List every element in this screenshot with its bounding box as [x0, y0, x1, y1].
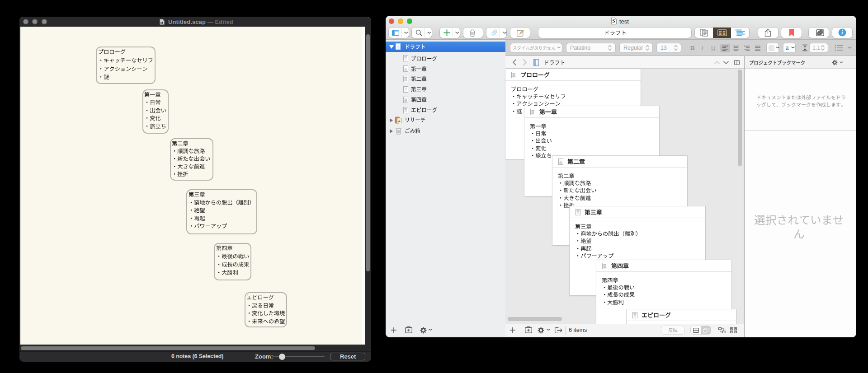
svg-text:S: S	[612, 18, 615, 23]
svg-text:i: i	[841, 29, 843, 36]
